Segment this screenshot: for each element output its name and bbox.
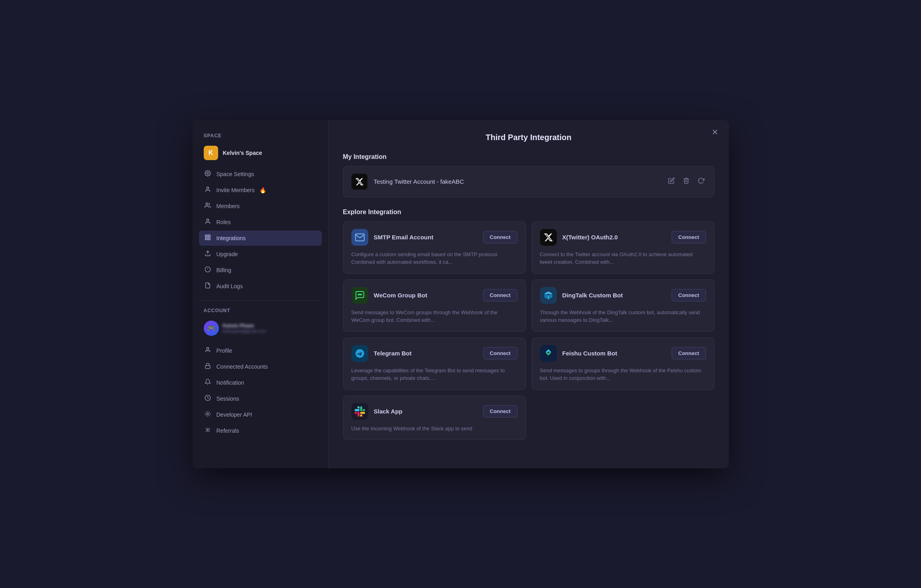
user-details: Kelvin Pham kelvupam@gmail.com [223,323,266,333]
twitter-explore-desc: Connect to the Twitter account via OAuth… [540,251,706,266]
slack-card-header: Slack App Connect [351,403,518,420]
roles-icon [204,218,212,226]
sidebar-item-connected-accounts[interactable]: Connected Accounts [199,359,322,374]
sessions-icon [204,395,212,403]
svg-rect-6 [205,238,207,240]
wecom-card-header: WeCom Group Bot Connect [351,287,518,304]
dingtalk-connect-button[interactable]: Connect [672,289,706,301]
developer-api-icon [204,411,212,419]
slack-logo [351,403,368,420]
telegram-connect-button[interactable]: Connect [483,347,518,359]
dingtalk-desc: Through the Webhook of the DingTalk cust… [540,309,706,324]
settings-icon [204,170,212,178]
members-icon [204,202,212,210]
integrations-icon [204,234,212,242]
sidebar-space-settings-label: Space Settings [217,171,254,177]
svg-rect-4 [205,235,207,237]
sidebar-item-invite-members[interactable]: Invite Members 🔥 [199,183,322,198]
twitter-card: X(Twitter) OAuth2.0 Connect Connect to t… [532,221,714,274]
svg-point-12 [207,347,209,349]
sidebar-item-notification[interactable]: Notification [199,375,322,390]
telegram-logo [351,345,368,362]
sidebar-divider [199,300,322,301]
feishu-name: Feishu Custom Bot [562,350,666,357]
page-title: Third Party Integration [343,133,714,142]
sidebar-audit-logs-label: Audit Logs [217,283,243,289]
sidebar-roles-label: Roles [217,219,231,225]
my-integration-section-title: My Integration [343,153,714,161]
sidebar-developer-api-label: Developer API [217,411,253,418]
slack-desc: Use the Incoming Webhook of the Slack ap… [351,425,518,433]
close-button[interactable]: ✕ [710,126,721,138]
sidebar-members-label: Members [217,203,240,209]
twitter-connect-button[interactable]: Connect [672,231,706,243]
twitter-logo [351,174,367,190]
svg-point-1 [207,187,209,189]
sidebar-item-roles[interactable]: Roles [199,215,322,230]
workspace-item[interactable]: K Kelvin's Space [199,142,322,163]
sidebar-item-profile[interactable]: Profile [199,343,322,358]
connected-accounts-icon [204,363,212,371]
card-actions [666,176,706,188]
sidebar-item-referrals[interactable]: Referrals [199,423,322,438]
sidebar-billing-label: Billing [217,267,231,273]
sidebar-referrals-label: Referrals [217,427,239,434]
sidebar-item-sessions[interactable]: Sessions [199,391,322,406]
telegram-desc: Leverage the capabilities of the Telegra… [351,367,518,382]
integration-name: Testing Twitter Account - fakeABC [374,178,660,185]
sidebar-item-integrations[interactable]: Integrations [199,231,322,246]
user-info-item[interactable]: 🎮 Kelvin Pham kelvupam@gmail.com [199,317,322,339]
twitter-card-header: X(Twitter) OAuth2.0 Connect [540,229,706,246]
sidebar-item-members[interactable]: Members [199,199,322,214]
sidebar-notification-label: Notification [217,379,244,386]
slack-name: Slack App [374,408,478,415]
upgrade-icon [204,250,212,258]
smtp-card-header: SMTP Email Account Connect [351,229,518,246]
smtp-desc: Configure a custom sending email based o… [351,251,518,266]
sidebar-invite-members-label: Invite Members [217,187,255,193]
space-section-label: Space [199,133,322,138]
sidebar-item-billing[interactable]: Billing [199,263,322,278]
svg-point-3 [207,219,209,221]
wecom-connect-button[interactable]: Connect [483,289,518,301]
invite-icon [204,186,212,194]
svg-point-0 [207,173,209,174]
audit-icon [204,282,212,290]
feishu-connect-button[interactable]: Connect [672,347,706,359]
telegram-card-header: Telegram Bot Connect [351,345,518,362]
slack-connect-button[interactable]: Connect [483,405,518,417]
sidebar-item-upgrade[interactable]: Upgrade [199,247,322,262]
svg-line-18 [206,428,207,429]
dingtalk-card: DingTalk Custom Bot Connect Through the … [532,279,714,332]
sidebar-upgrade-label: Upgrade [217,251,238,257]
svg-point-2 [206,203,208,205]
svg-point-23 [358,294,359,295]
account-section-label: Account [199,308,322,313]
wecom-desc: Send messages to WeCom groups through th… [351,309,518,324]
dingtalk-name: DingTalk Custom Bot [562,292,666,299]
refresh-icon[interactable] [696,176,706,188]
user-avatar-inner: 🎮 [204,321,219,336]
feishu-desc: Send messages to groups through the Webh… [540,367,706,382]
settings-modal: ✕ Space K Kelvin's Space Space Settings … [193,120,729,468]
workspace-avatar: K [204,146,218,160]
sidebar-item-space-settings[interactable]: Space Settings [199,167,322,182]
user-avatar: 🎮 [204,321,219,336]
delete-icon[interactable] [681,176,691,188]
svg-line-21 [209,431,209,431]
my-integration-card: Testing Twitter Account - fakeABC [343,166,714,197]
smtp-logo [351,229,368,246]
sidebar-connected-accounts-label: Connected Accounts [217,363,268,370]
smtp-connect-button[interactable]: Connect [483,231,518,243]
sidebar-sessions-label: Sessions [217,395,239,402]
edit-icon[interactable] [666,176,676,188]
svg-rect-5 [208,235,210,237]
svg-rect-7 [208,238,210,240]
smtp-card: SMTP Email Account Connect Configure a c… [343,221,526,274]
sidebar-item-developer-api[interactable]: Developer API [199,407,322,422]
wecom-card: WeCom Group Bot Connect Send messages to… [343,279,526,332]
sidebar-item-audit-logs[interactable]: Audit Logs [199,279,322,294]
svg-point-25 [361,294,361,295]
feishu-card-header: Feishu Custom Bot Connect [540,345,706,362]
dingtalk-card-header: DingTalk Custom Bot Connect [540,287,706,304]
